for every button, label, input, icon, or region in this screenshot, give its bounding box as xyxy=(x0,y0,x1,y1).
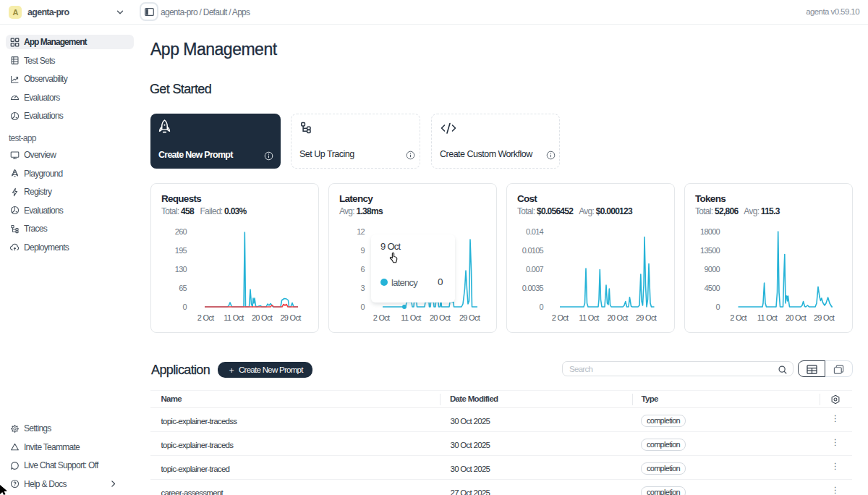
svg-text:260: 260 xyxy=(175,227,187,236)
svg-text:11 Oct: 11 Oct xyxy=(757,313,778,322)
svg-text:9000: 9000 xyxy=(704,265,720,274)
svg-text:Tokens: Tokens xyxy=(695,193,726,204)
svg-text:29 Oct: 29 Oct xyxy=(814,313,835,322)
svg-text:0: 0 xyxy=(540,302,544,311)
svg-text:Total: $0.056452 Avg: $0.00012: Total: $0.056452 Avg: $0.000123 xyxy=(517,206,633,216)
svg-text:Total: 52,806 Avg: 115.3: Total: 52,806 Avg: 115.3 xyxy=(695,206,780,216)
svg-text:13500: 13500 xyxy=(700,246,720,255)
svg-text:0.0035: 0.0035 xyxy=(522,284,544,292)
svg-text:Requests: Requests xyxy=(161,193,201,204)
svg-text:6: 6 xyxy=(361,265,365,274)
svg-text:130: 130 xyxy=(175,265,187,274)
svg-text:29 Oct: 29 Oct xyxy=(459,313,480,322)
svg-text:0.014: 0.014 xyxy=(526,227,544,236)
svg-text:2 Oct: 2 Oct xyxy=(197,313,214,322)
svg-text:11 Oct: 11 Oct xyxy=(579,313,599,322)
svg-text:2 Oct: 2 Oct xyxy=(373,313,390,322)
svg-text:0: 0 xyxy=(361,302,365,311)
svg-text:11 Oct: 11 Oct xyxy=(224,313,244,322)
svg-text:0: 0 xyxy=(183,302,187,311)
svg-text:18000: 18000 xyxy=(700,227,720,236)
svg-text:2 Oct: 2 Oct xyxy=(730,313,746,322)
svg-text:Latency: Latency xyxy=(339,193,373,204)
svg-text:Total: 458 Failed: 0.03%: Total: 458 Failed: 0.03% xyxy=(161,206,247,216)
svg-text:0: 0 xyxy=(716,302,720,311)
svg-text:20 Oct: 20 Oct xyxy=(252,313,273,322)
svg-text:9: 9 xyxy=(361,246,365,255)
svg-text:20 Oct: 20 Oct xyxy=(430,313,451,322)
svg-text:20 Oct: 20 Oct xyxy=(607,313,628,322)
svg-text:12: 12 xyxy=(357,227,365,236)
svg-text:20 Oct: 20 Oct xyxy=(786,313,807,322)
svg-text:0.0105: 0.0105 xyxy=(522,246,544,255)
svg-text:11 Oct: 11 Oct xyxy=(401,313,421,322)
svg-text:0.007: 0.007 xyxy=(526,265,544,274)
svg-text:Cost: Cost xyxy=(517,193,537,204)
svg-text:29 Oct: 29 Oct xyxy=(280,313,301,322)
svg-text:65: 65 xyxy=(179,284,187,292)
svg-text:Avg: 1.38ms: Avg: 1.38ms xyxy=(339,206,383,216)
svg-text:3: 3 xyxy=(361,284,365,292)
svg-text:4500: 4500 xyxy=(704,284,720,292)
svg-text:29 Oct: 29 Oct xyxy=(636,313,657,322)
svg-text:195: 195 xyxy=(175,246,187,255)
svg-text:2 Oct: 2 Oct xyxy=(552,313,569,322)
